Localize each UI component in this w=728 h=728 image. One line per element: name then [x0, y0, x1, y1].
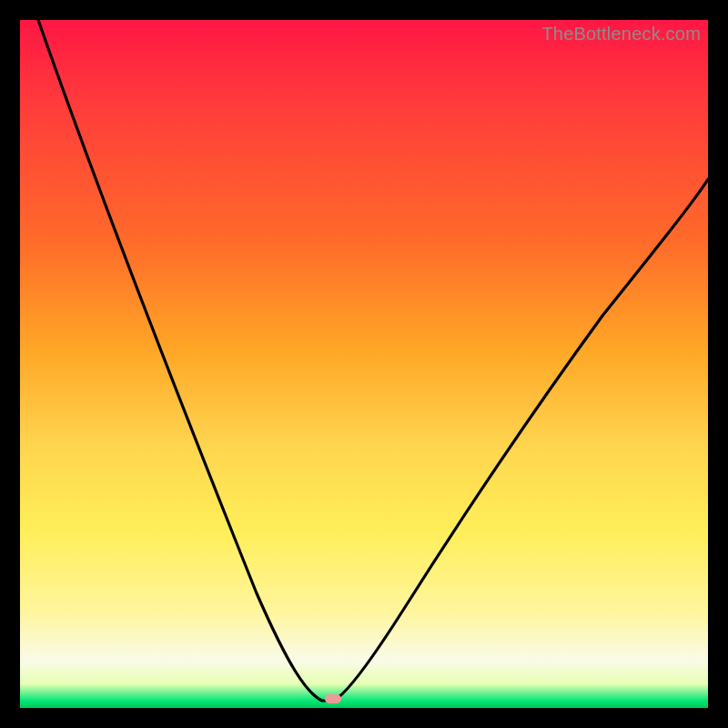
min-marker	[325, 694, 341, 703]
bottleneck-curve-path	[38, 20, 708, 701]
curve-svg	[20, 20, 708, 708]
chart-frame: TheBottleneck.com	[0, 0, 728, 728]
plot-area: TheBottleneck.com	[20, 20, 708, 708]
